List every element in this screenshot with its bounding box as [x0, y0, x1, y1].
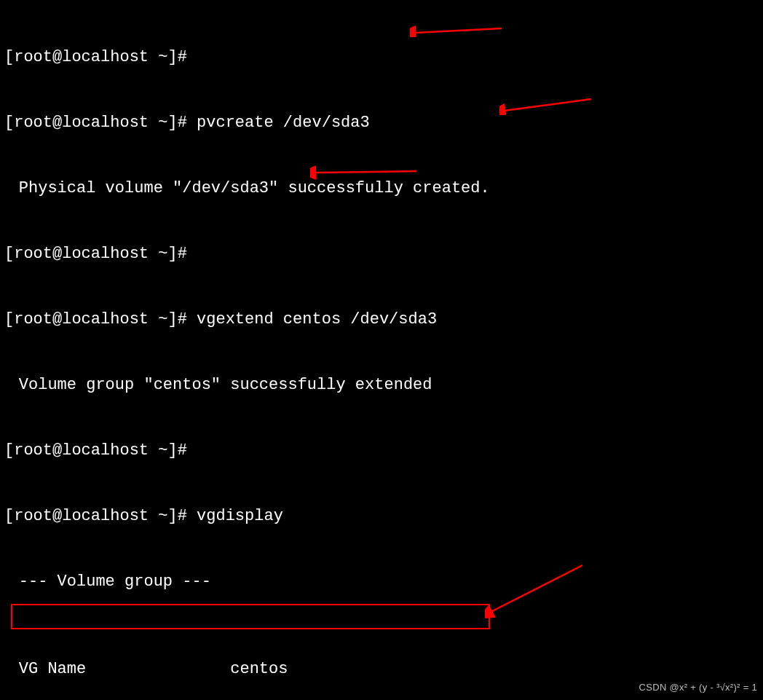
prompt-line-empty: [root@localhost ~]# — [4, 47, 759, 68]
prompt-line-empty: [root@localhost ~]# — [4, 440, 759, 462]
kv-key: VG Name — [19, 658, 230, 680]
output-vgextend: Volume group "centos" successfully exten… — [4, 374, 759, 396]
output-vg-header: --- Volume group --- — [4, 571, 759, 593]
prompt: [root@localhost ~]# — [4, 441, 197, 460]
cmd-pvcreate: pvcreate /dev/sda3 — [197, 114, 370, 132]
cmd-vgdisplay-line: [root@localhost ~]# vgdisplay — [4, 506, 759, 527]
prompt-line-empty: [root@localhost ~]# — [4, 243, 759, 265]
prompt: [root@localhost ~]# — [4, 310, 197, 329]
output-pvcreate: Physical volume "/dev/sda3" successfully… — [4, 178, 759, 200]
prompt: [root@localhost ~]# — [4, 48, 197, 66]
terminal[interactable]: [root@localhost ~]# [root@localhost ~]# … — [0, 0, 763, 700]
prompt: [root@localhost ~]# — [4, 507, 197, 525]
cmd-vgextend-line: [root@localhost ~]# vgextend centos /dev… — [4, 309, 759, 331]
cmd-pvcreate-line: [root@localhost ~]# pvcreate /dev/sda3 — [4, 112, 759, 134]
watermark: CSDN @x² + (y - ³√x²)² = 1 — [639, 677, 757, 699]
kv-val: centos — [230, 658, 288, 680]
cmd-vgextend: vgextend centos /dev/sda3 — [197, 310, 437, 329]
cmd-vgdisplay: vgdisplay — [197, 507, 283, 525]
prompt: [root@localhost ~]# — [4, 245, 197, 263]
prompt: [root@localhost ~]# — [4, 114, 197, 132]
